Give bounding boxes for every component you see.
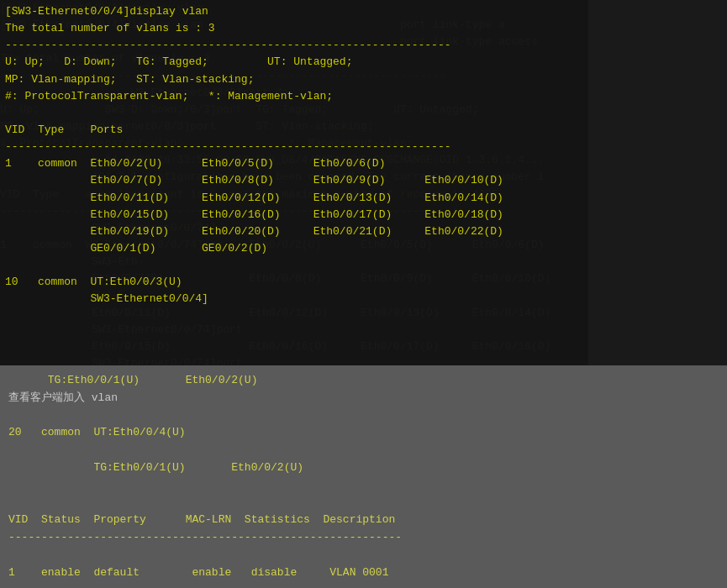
table-row-1: 1 enable default enable disable VLAN 000…: [8, 566, 388, 579]
bottom-text: TG:Eth0/0/1(U) Eth0/0/2(U) 查看客户端加入 vlan …: [0, 365, 727, 588]
command-line-1: [SW3-Ethernet0/0/4]display vlan: [5, 5, 208, 18]
vlan1-line2: Eth0/0/7(D) Eth0/0/8(D) Eth0/0/9(D) Eth0…: [5, 174, 503, 186]
vlan1-line5: Eth0/0/19(D) Eth0/0/20(D) Eth0/0/21(D) E…: [5, 225, 503, 238]
vlan1-line3: Eth0/0/11(D) Eth0/0/12(D) Eth0/0/13(D) E…: [5, 192, 503, 204]
divider-1: ----------------------------------------…: [5, 39, 451, 51]
vlan10-line1: 10 common UT:Eth0/0/3(U): [5, 276, 182, 288]
tg-eth-line-1: TG:Eth0/0/1(U) Eth0/0/2(U): [28, 374, 257, 386]
vlan20-tg: TG:Eth0/0/1(U) Eth0/0/2(U): [8, 461, 303, 474]
terminal-container: [SW3-Ethernet0/0/3]display vlan [SW3-Eth…: [0, 0, 727, 588]
table-header: VID Status Property MAC-LRN Statistics D…: [8, 513, 395, 526]
vlan1-line6: GE0/0/1(D) GE0/0/2(D): [5, 242, 267, 255]
chinese-note: 查看客户端加入 vlan: [8, 391, 118, 404]
divider-2: ----------------------------------------…: [5, 140, 451, 153]
vlan1-line4: Eth0/0/15(D) Eth0/0/16(D) Eth0/0/17(D) E…: [5, 208, 503, 221]
vlan10-line2: SW3-Ethernet0/0/4]: [5, 292, 208, 305]
table-divider: ----------------------------------------…: [8, 531, 402, 543]
vid-header: VID Type Ports: [5, 123, 123, 136]
vlan20-header: 20 common UT:Eth0/0/4(U): [8, 426, 186, 438]
legend-line-1: U: Up; D: Down; TG: Tagged; UT: Untagged…: [5, 55, 352, 68]
fg-layer: [SW3-Ethernet0/0/4]display vlan The tota…: [0, 0, 588, 312]
total-vlans-line: The total number of vlans is : 3: [5, 22, 215, 34]
legend-line-2: MP: Vlan-mapping; ST: Vlan-stacking;: [5, 73, 254, 86]
vlan1-line1: 1 common Eth0/0/2(U) Eth0/0/5(D) Eth0/0/…: [5, 157, 385, 170]
legend-line-3: #: ProtocolTransparent-vlan; *: Manageme…: [5, 90, 333, 102]
